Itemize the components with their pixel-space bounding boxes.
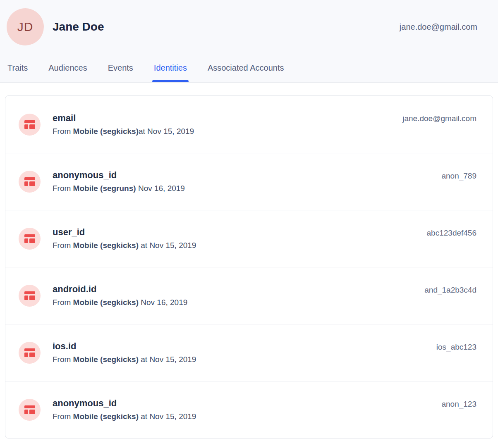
source-name: Mobile (segruns) xyxy=(73,184,136,193)
identity-row-email: email From Mobile (segkicks)at Nov 15, 2… xyxy=(5,96,493,153)
source-name: Mobile (segkicks) xyxy=(73,355,139,364)
tab-identities[interactable]: Identities xyxy=(154,63,187,82)
identity-name: ios.id xyxy=(53,341,196,351)
source-date: at Nov 15, 2019 xyxy=(139,355,196,364)
source-name: Mobile (segkicks) xyxy=(73,412,139,421)
identity-value: abc123def456 xyxy=(417,229,476,238)
layout-icon xyxy=(19,342,41,364)
identity-name: anonymous_id xyxy=(53,398,196,408)
identity-source-line: From Mobile (segkicks) at Nov 15, 2019 xyxy=(53,241,196,250)
identity-text: user_id From Mobile (segkicks) at Nov 15… xyxy=(53,227,196,250)
identity-row-anonymous-id-2: anonymous_id From Mobile (segkicks) at N… xyxy=(5,381,493,438)
identity-text: android.id From Mobile (segkicks) Nov 16… xyxy=(53,284,187,307)
identity-row-ios-id: ios.id From Mobile (segkicks) at Nov 15,… xyxy=(5,324,493,381)
identity-name: email xyxy=(53,113,194,123)
layout-icon xyxy=(19,171,41,193)
identity-source-line: From Mobile (segkicks) at Nov 15, 2019 xyxy=(53,355,196,364)
page-title: Jane Doe xyxy=(53,20,104,33)
tab-associated-accounts[interactable]: Associated Accounts xyxy=(208,63,284,82)
source-name: Mobile (segkicks) xyxy=(73,298,139,307)
identity-value: anon_789 xyxy=(431,172,476,181)
identities-card: email From Mobile (segkicks)at Nov 15, 2… xyxy=(5,95,493,438)
source-prefix: From xyxy=(53,298,73,307)
profile-header: JD Jane Doe jane.doe@gmail.com Traits Au… xyxy=(0,0,498,83)
identity-text: anonymous_id From Mobile (segkicks) at N… xyxy=(53,398,196,421)
user-profile-page: JD Jane Doe jane.doe@gmail.com Traits Au… xyxy=(0,0,498,448)
source-date: at Nov 15, 2019 xyxy=(139,412,196,421)
identity-row-android-id: android.id From Mobile (segkicks) Nov 16… xyxy=(5,267,493,324)
identity-name: anonymous_id xyxy=(53,170,185,180)
identity-row-user-id: user_id From Mobile (segkicks) at Nov 15… xyxy=(5,210,493,267)
identity-source-line: From Mobile (segruns) Nov 16, 2019 xyxy=(53,184,185,193)
source-prefix: From xyxy=(53,127,73,136)
identity-source-line: From Mobile (segkicks) at Nov 15, 2019 xyxy=(53,412,196,421)
tab-events[interactable]: Events xyxy=(108,63,133,82)
layout-icon xyxy=(19,114,41,136)
source-date: Nov 16, 2019 xyxy=(136,184,185,193)
avatar: JD xyxy=(7,8,44,45)
identity-name: android.id xyxy=(53,284,187,294)
main-content: email From Mobile (segkicks)at Nov 15, 2… xyxy=(0,83,498,438)
identity-value: ios_abc123 xyxy=(426,343,476,352)
layout-icon xyxy=(19,228,41,250)
identity-source-line: From Mobile (segkicks) Nov 16, 2019 xyxy=(53,298,187,307)
identity-text: anonymous_id From Mobile (segruns) Nov 1… xyxy=(53,170,185,193)
source-prefix: From xyxy=(53,184,73,193)
tab-bar: Traits Audiences Events Identities Assoc… xyxy=(0,63,284,82)
layout-icon xyxy=(19,285,41,307)
tab-traits[interactable]: Traits xyxy=(7,63,28,82)
tab-audiences[interactable]: Audiences xyxy=(48,63,87,82)
layout-icon xyxy=(19,399,41,421)
source-date: at Nov 15, 2019 xyxy=(139,127,194,136)
source-date: at Nov 15, 2019 xyxy=(139,241,196,250)
source-prefix: From xyxy=(53,412,73,421)
identity-name: user_id xyxy=(53,227,196,237)
source-date: Nov 16, 2019 xyxy=(139,298,187,307)
identity-text: ios.id From Mobile (segkicks) at Nov 15,… xyxy=(53,341,196,364)
source-name: Mobile (segkicks) xyxy=(73,127,139,136)
identity-value: and_1a2b3c4d xyxy=(414,286,476,295)
identity-value: anon_123 xyxy=(431,400,476,409)
identity-row-anonymous-id: anonymous_id From Mobile (segruns) Nov 1… xyxy=(5,153,493,210)
identity-value: jane.doe@gmail.com xyxy=(393,114,476,123)
identity-source-line: From Mobile (segkicks)at Nov 15, 2019 xyxy=(53,127,194,136)
source-prefix: From xyxy=(53,355,73,364)
identity-text: email From Mobile (segkicks)at Nov 15, 2… xyxy=(53,113,194,136)
source-name: Mobile (segkicks) xyxy=(73,241,139,250)
profile-header-top: JD Jane Doe jane.doe@gmail.com xyxy=(0,0,498,54)
source-prefix: From xyxy=(53,241,73,250)
header-email: jane.doe@gmail.com xyxy=(400,22,477,32)
